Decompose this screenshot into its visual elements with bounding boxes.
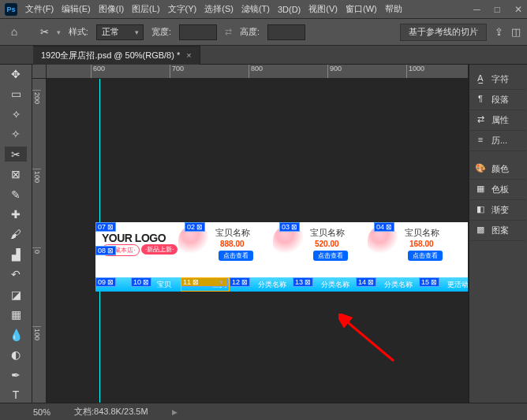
blur-tool[interactable]: 💧: [5, 327, 27, 342]
menu-file[interactable]: 文件(F): [25, 3, 54, 15]
status-bar: 50% 文档:843.8K/23.5M ▶: [0, 403, 527, 420]
eraser-tool[interactable]: ◪: [5, 287, 27, 302]
menu-type[interactable]: 文字(Y): [168, 3, 197, 15]
pen-tool[interactable]: ✒: [5, 367, 27, 382]
slice-tag[interactable]: 07⊠: [95, 222, 116, 232]
menu-view[interactable]: 视图(V): [308, 3, 338, 15]
window-minimize[interactable]: ─: [473, 4, 480, 15]
slice-tool-icon[interactable]: ✂: [40, 26, 49, 38]
width-field[interactable]: [179, 24, 217, 40]
ruler-corner: [32, 65, 47, 79]
ruler-horizontal[interactable]: 50060070080090010001100120013001400: [47, 65, 468, 79]
panel-paragraph[interactable]: ¶段落: [469, 90, 526, 110]
menu-filter[interactable]: 滤镜(T): [241, 3, 270, 15]
panel-history[interactable]: ≡历...: [469, 131, 526, 151]
slice-tag[interactable]: 03⊠: [279, 222, 300, 232]
document-tab[interactable]: 1920全屏店招.psd @ 50%(RGB/8) * ×: [33, 46, 200, 65]
tools-panel: ✥ ▭ ⟡ ✧ ✂ ⊠ ✎ ✚ 🖌 ▟ ↶ ◪ ▦ 💧 ◐ ✒ T: [0, 65, 32, 403]
product-button: 点击查看: [408, 251, 443, 261]
ps-logo: Ps: [5, 3, 17, 16]
move-tool[interactable]: ✥: [5, 66, 27, 81]
slice-tag[interactable]: 13⊠: [293, 277, 313, 287]
menu-select[interactable]: 选择(S): [204, 3, 234, 15]
crop-tool[interactable]: ✂: [5, 147, 27, 162]
slice-tag[interactable]: 02⊠: [185, 222, 205, 232]
panel-patterns[interactable]: ▩图案: [469, 221, 526, 241]
paragraph-icon: ¶: [474, 94, 487, 106]
brush-tool[interactable]: 🖌: [5, 227, 27, 242]
home-icon[interactable]: ⌂: [6, 25, 22, 39]
tool-preset-chevron-icon[interactable]: ▾: [57, 28, 61, 36]
annotation-arrow: [338, 314, 402, 369]
slice-from-guides-button[interactable]: 基于参考线的切片: [400, 24, 487, 41]
marquee-tool[interactable]: ▭: [5, 86, 27, 101]
zoom-level[interactable]: 50%: [33, 407, 50, 417]
svg-line-0: [345, 320, 394, 361]
product-button: 点击查看: [313, 251, 348, 261]
options-bar: ⌂ | ✂ ▾ 样式: 正常 宽度: ⇄ 高度: 基于参考线的切片 ⇪ ◫: [0, 19, 527, 46]
status-flyout-icon[interactable]: ▶: [172, 408, 178, 416]
color-icon: 🎨: [474, 163, 487, 176]
close-tab-icon[interactable]: ×: [186, 50, 191, 60]
panel-character[interactable]: A̲字符: [469, 69, 526, 90]
pattern-icon: ▩: [474, 225, 487, 237]
menu-help[interactable]: 帮助: [385, 3, 402, 15]
product-title: 宝贝名称: [215, 227, 250, 239]
canvas[interactable]: YOUR LOGO ·新品上新· ·收藏本店· 宝贝名称 888.00 点击查看…: [47, 79, 468, 403]
product-price: 888.00: [220, 240, 245, 248]
product-title: 宝贝名称: [310, 227, 345, 239]
width-label: 宽度:: [151, 26, 171, 38]
window-maximize[interactable]: □: [495, 4, 500, 15]
history-icon: ≡: [474, 135, 487, 147]
character-icon: A̲: [474, 73, 487, 86]
slice-tag[interactable]: 08⊠: [95, 246, 116, 255]
workspace-icon[interactable]: ◫: [511, 26, 521, 38]
frame-tool[interactable]: ⊠: [5, 166, 27, 181]
panel-color[interactable]: 🎨颜色: [469, 159, 526, 180]
gradient-icon: ◧: [474, 204, 487, 217]
menu-3d[interactable]: 3D(D): [278, 5, 301, 14]
window-close[interactable]: ✕: [514, 4, 522, 15]
canvas-area: 50060070080090010001100120013001400 3002…: [32, 65, 469, 403]
panels-dock: A̲字符 ¶段落 ⇄属性 ≡历... 🎨颜色 ▦色板 ◧渐变 ▩图案: [469, 65, 527, 403]
share-icon[interactable]: ⇪: [495, 26, 503, 38]
slice-tag[interactable]: 14⊠: [356, 277, 376, 287]
menu-window[interactable]: 窗口(W): [346, 3, 377, 15]
style-label: 样式:: [69, 26, 88, 38]
document-tabbar: 1920全屏店招.psd @ 50%(RGB/8) * ×: [0, 46, 527, 65]
selected-slice-outline: [181, 277, 230, 292]
style-select[interactable]: 正常: [96, 24, 144, 40]
menu-layer[interactable]: 图层(L): [132, 3, 159, 15]
document-tab-title: 1920全屏店招.psd @ 50%(RGB/8) *: [41, 50, 180, 61]
healing-tool[interactable]: ✚: [5, 206, 27, 221]
menu-image[interactable]: 图像(I): [99, 3, 124, 15]
lasso-tool[interactable]: ⟡: [5, 106, 27, 121]
magic-wand-tool[interactable]: ✧: [5, 126, 27, 141]
product-price: 520.00: [315, 240, 339, 248]
clone-tool[interactable]: ▟: [5, 247, 27, 262]
history-brush-tool[interactable]: ↶: [5, 267, 27, 282]
slice-tag[interactable]: 09⊠: [95, 277, 116, 287]
ruler-vertical[interactable]: 3002001000100200300400: [32, 79, 47, 403]
logo-text: YOUR LOGO: [102, 232, 166, 244]
product-title: 宝贝名称: [405, 227, 439, 239]
gradient-tool[interactable]: ▦: [5, 307, 27, 322]
panel-swatches[interactable]: ▦色板: [469, 180, 526, 200]
dodge-tool[interactable]: ◐: [5, 348, 27, 362]
product-button: 点击查看: [219, 251, 253, 261]
product-price: 168.00: [409, 240, 434, 248]
new-badge: ·新品上新·: [141, 244, 178, 255]
slice-tag[interactable]: 12⊠: [230, 277, 250, 287]
menubar: Ps 文件(F) 编辑(E) 图像(I) 图层(L) 文字(Y) 选择(S) 滤…: [0, 0, 527, 19]
slice-tag[interactable]: 10⊠: [131, 277, 151, 287]
menu-edit[interactable]: 编辑(E): [62, 3, 91, 15]
doc-size[interactable]: 文档:843.8K/23.5M: [74, 406, 148, 418]
eyedropper-tool[interactable]: ✎: [5, 187, 27, 202]
type-tool[interactable]: T: [5, 388, 27, 403]
height-field[interactable]: [267, 24, 305, 40]
panel-gradients[interactable]: ◧渐变: [469, 200, 526, 221]
panel-properties[interactable]: ⇄属性: [469, 110, 526, 131]
slice-tag[interactable]: 04⊠: [374, 222, 394, 232]
slice-tag[interactable]: 15⊠: [419, 277, 439, 287]
properties-icon: ⇄: [474, 114, 487, 127]
